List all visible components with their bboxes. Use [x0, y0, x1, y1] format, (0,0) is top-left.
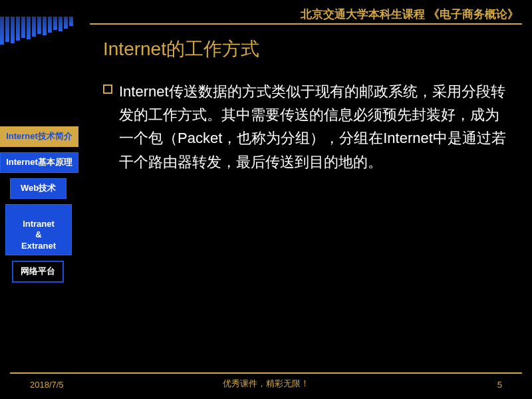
- nav-label: 网络平台: [21, 266, 55, 276]
- bullet-row: Internet传送数据的方式类似于现有的邮政系统，采用分段转发的工作方式。其中…: [103, 80, 512, 174]
- footer-text: 优秀课件，精彩无限！: [0, 378, 532, 390]
- slide-container: 北京交通大学本科生课程 《电子商务概论》 Internet的工作方式 Inter…: [0, 0, 532, 399]
- slide-title: Internet的工作方式: [103, 37, 259, 62]
- slide-content: Internet传送数据的方式类似于现有的邮政系统，采用分段转发的工作方式。其中…: [103, 80, 512, 174]
- nav-label: Intranet & Extranet: [21, 219, 56, 251]
- nav-label: Web技术: [21, 183, 56, 193]
- footer-page-number: 5: [497, 380, 502, 390]
- nav-item-principles[interactable]: Internet基本原理: [0, 152, 78, 173]
- header-divider: [90, 23, 522, 25]
- nav-item-intro[interactable]: Internet技术简介: [0, 126, 78, 147]
- nav-item-intranet-extranet[interactable]: Intranet & Extranet: [5, 204, 72, 256]
- footer-divider: [10, 372, 522, 374]
- bullet-icon: [103, 84, 112, 94]
- course-header: 北京交通大学本科生课程 《电子商务概论》: [301, 7, 519, 22]
- nav-label: Internet基本原理: [6, 157, 72, 167]
- body-text: Internet传送数据的方式类似于现有的邮政系统，采用分段转发的工作方式。其中…: [119, 80, 512, 174]
- nav-label: Internet技术简介: [6, 131, 72, 141]
- corner-decoration: [0, 17, 86, 47]
- sidebar-nav: Internet技术简介 Internet基本原理 Web技术 Intranet…: [0, 126, 78, 283]
- nav-item-platform[interactable]: 网络平台: [12, 261, 64, 283]
- nav-item-web[interactable]: Web技术: [10, 178, 66, 199]
